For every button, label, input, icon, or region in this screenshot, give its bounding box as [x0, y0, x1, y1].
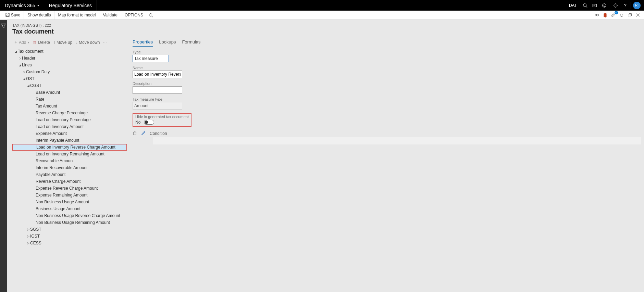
description-label: Description: [133, 81, 641, 86]
validate-button[interactable]: Validate: [99, 11, 121, 20]
show-details-label: Show details: [27, 13, 51, 17]
move-down-button[interactable]: ↓Move down: [76, 40, 100, 45]
tree-node-selected[interactable]: ▷Load on Inventory Reverse Charge Amount: [12, 144, 127, 151]
tree-label: Custom Duty: [26, 69, 50, 74]
tree-node[interactable]: ▷Rate: [12, 96, 127, 103]
move-down-label: Move down: [79, 40, 100, 45]
move-up-button[interactable]: ↑Move up: [53, 40, 72, 45]
tree-node[interactable]: ▷Business Usage Amount: [12, 205, 127, 212]
tree-label: Tax document: [18, 49, 44, 54]
tree-label: Business Usage Amount: [36, 206, 80, 211]
options-label: OPTIONS: [125, 13, 143, 17]
delete-label: Delete: [38, 40, 50, 45]
tree-node-custom-duty[interactable]: ▷Custom Duty: [12, 68, 127, 75]
tree-label: Reverse Charge Amount: [36, 179, 80, 184]
tab-formulas[interactable]: Formulas: [182, 39, 200, 47]
svg-rect-16: [628, 14, 631, 17]
add-button[interactable]: ＋Add▾: [14, 39, 29, 45]
toolbar-search-icon[interactable]: [147, 11, 155, 20]
tree-label: SGST: [30, 227, 41, 232]
tree-node-sgst[interactable]: ▷SGST: [12, 226, 127, 233]
save-button[interactable]: Save: [2, 11, 24, 20]
tree: ◢Tax document ▷Header ◢Lines ▷Custom Dut…: [12, 48, 127, 292]
tree-node[interactable]: ▷Reverse Charge Amount: [12, 178, 127, 185]
tree-label: Load on Inventory Percentage: [36, 117, 91, 122]
tree-node-igst[interactable]: ▷IGST: [12, 233, 127, 240]
condition-delete-icon[interactable]: [133, 131, 137, 136]
link-icon[interactable]: [593, 11, 601, 20]
search-icon[interactable]: [580, 0, 590, 11]
tree-node[interactable]: ▷Payable Amount: [12, 171, 127, 178]
tree-node[interactable]: ▷Interim Recoverable Amount: [12, 164, 127, 171]
tab-lookups[interactable]: Lookups: [159, 39, 176, 47]
tab-properties[interactable]: Properties: [133, 39, 153, 47]
tree-label: Rate: [36, 97, 44, 102]
tree-node[interactable]: ▷Non Business Usage Reverse Charge Amoun…: [12, 212, 127, 219]
tree-node-header[interactable]: ▷Header: [12, 55, 127, 62]
tree-label: Expense Amount: [36, 131, 67, 136]
tree-label: Lines: [22, 63, 32, 67]
measure-type-label: Tax measure type: [133, 97, 641, 101]
top-nav-bar: Dynamics 365 ▾ Regulatory Services DAT ?…: [0, 0, 644, 11]
close-icon[interactable]: [634, 11, 642, 20]
messages-icon[interactable]: [590, 0, 599, 11]
description-field[interactable]: [133, 86, 182, 94]
tree-node-lines[interactable]: ◢Lines: [12, 62, 127, 68]
avatar[interactable]: RI: [633, 2, 641, 9]
brand-menu[interactable]: Dynamics 365 ▾: [0, 0, 44, 11]
company-code[interactable]: DAT: [566, 3, 580, 8]
tree-node-cess[interactable]: ▷CESS: [12, 240, 127, 246]
hide-toggle[interactable]: [144, 120, 154, 125]
show-details-button[interactable]: Show details: [24, 11, 54, 20]
tree-label: GST: [26, 76, 35, 81]
filter-icon[interactable]: [1, 23, 6, 29]
tree-node[interactable]: ▷Non Business Usage Remaining Amount: [12, 219, 127, 226]
smile-icon[interactable]: [599, 0, 609, 11]
svg-point-14: [595, 14, 597, 16]
options-button[interactable]: OPTIONS: [121, 11, 147, 20]
tree-label: Load on Inventory Remaining Amount: [36, 152, 104, 156]
tree-node[interactable]: ▷Base Amount: [12, 89, 127, 96]
tree-node[interactable]: ▷Expense Remaining Amount: [12, 192, 127, 199]
tree-node[interactable]: ▷Load on Inventory Amount: [12, 123, 127, 130]
more-button[interactable]: ···: [103, 40, 107, 45]
measure-type-field[interactable]: [133, 102, 182, 110]
tree-node[interactable]: ▷Tax Amount: [12, 103, 127, 110]
tree-node[interactable]: ▷Recoverable Amount: [12, 157, 127, 164]
map-format-button[interactable]: Map format to model: [54, 11, 99, 20]
module-label: Regulatory Services: [49, 3, 92, 8]
module-title[interactable]: Regulatory Services: [44, 0, 97, 11]
type-field[interactable]: Tax measure: [133, 55, 169, 62]
arrow-up-icon: ↑: [53, 40, 55, 45]
tree-node-tax-document[interactable]: ◢Tax document: [12, 48, 127, 55]
left-rail: [0, 20, 7, 292]
tree-node[interactable]: ▷Load on Inventory Remaining Amount: [12, 151, 127, 157]
help-icon[interactable]: ?: [620, 0, 630, 11]
command-bar: Save Show details Map format to model Va…: [0, 11, 644, 20]
office-icon[interactable]: [601, 11, 609, 20]
save-icon: [5, 13, 10, 18]
tree-node[interactable]: ▷Expense Amount: [12, 130, 127, 137]
tree-label: Reverse Charge Percentage: [36, 111, 88, 115]
chevron-down-icon: ▾: [37, 3, 39, 7]
tree-label: Expense Remaining Amount: [36, 193, 87, 198]
tree-node[interactable]: ▷Load on Inventory Percentage: [12, 116, 127, 123]
condition-edit-icon[interactable]: [141, 131, 146, 136]
refresh-icon[interactable]: [617, 11, 626, 20]
tree-node[interactable]: ▷Expense Reverse Charge Amount: [12, 185, 127, 192]
type-value: Tax measure: [134, 56, 158, 61]
tree-node[interactable]: ▷Non Business Usage Amount: [12, 199, 127, 205]
attachments-icon[interactable]: 0: [609, 11, 617, 20]
condition-value-box[interactable]: [153, 137, 641, 144]
gear-icon[interactable]: [611, 0, 620, 11]
tree-node[interactable]: ▷Interim Payable Amount: [12, 137, 127, 144]
popout-icon[interactable]: [626, 11, 634, 20]
svg-point-8: [615, 5, 616, 6]
move-up-label: Move up: [57, 40, 72, 45]
delete-button[interactable]: 🗑Delete: [33, 40, 50, 45]
name-field[interactable]: [133, 71, 182, 78]
tree-node-gst[interactable]: ◢GST: [12, 75, 127, 82]
tree-node[interactable]: ▷Reverse Charge Percentage: [12, 110, 127, 116]
svg-line-1: [586, 6, 587, 8]
tree-node-cgst[interactable]: ◢CGST: [12, 82, 127, 89]
